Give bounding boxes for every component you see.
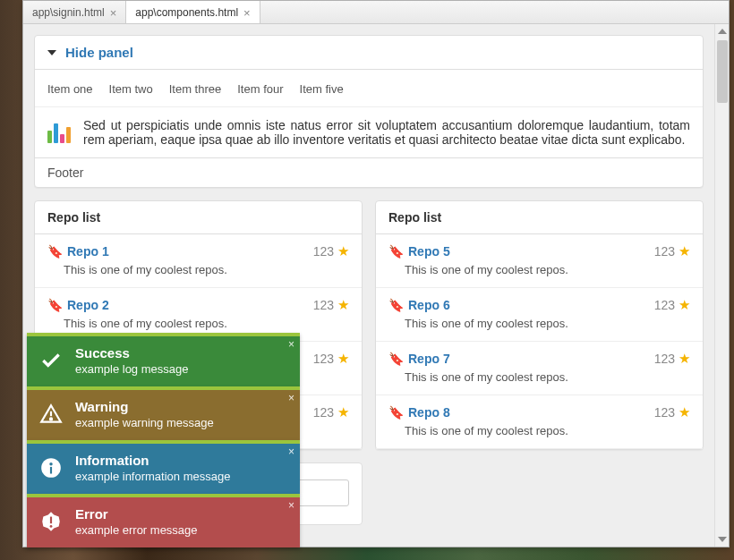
repo-stars: 123★ xyxy=(654,297,690,313)
star-count: 123 xyxy=(654,244,675,259)
star-icon: ★ xyxy=(679,297,690,313)
repo-item: 🔖Repo 8123★This is one of my coolest rep… xyxy=(376,395,703,449)
repo-stars: 123★ xyxy=(313,297,349,313)
editor-tab[interactable]: app\components.html × xyxy=(126,1,260,23)
toast-success: ×Successexample log message xyxy=(27,333,300,386)
bookmark-icon: 🔖 xyxy=(388,405,404,420)
toast-message: example information message xyxy=(75,470,230,483)
bookmark-icon: 🔖 xyxy=(388,298,404,312)
panel-body: Sed ut perspiciatis unde omnis iste natu… xyxy=(35,106,703,157)
repo-item: 🔖Repo 5123★This is one of my coolest rep… xyxy=(376,234,703,288)
editor-tab[interactable]: app\signin.html × xyxy=(23,1,126,23)
repo-link[interactable]: 🔖Repo 8 xyxy=(388,405,450,420)
close-icon[interactable]: × xyxy=(288,445,294,458)
bookmark-icon: 🔖 xyxy=(47,244,63,259)
error-icon xyxy=(39,510,63,533)
star-icon: ★ xyxy=(337,351,349,367)
repo-desc: This is one of my coolest repos. xyxy=(47,263,349,276)
editor-tab-label: app\signin.html xyxy=(32,6,105,19)
panel-toggle[interactable]: Hide panel xyxy=(35,36,703,70)
bookmark-icon: 🔖 xyxy=(388,244,404,259)
nav-item[interactable]: Item four xyxy=(237,77,283,101)
svg-point-6 xyxy=(50,525,53,528)
star-icon: ★ xyxy=(337,243,349,259)
repo-name: Repo 2 xyxy=(67,298,109,312)
close-icon[interactable]: × xyxy=(243,7,251,19)
star-icon: ★ xyxy=(337,297,349,313)
star-count: 123 xyxy=(313,405,334,420)
toast-error: ×Errorexample error message xyxy=(27,494,300,547)
nav-item[interactable]: Item one xyxy=(47,77,93,101)
repo-desc: This is one of my coolest repos. xyxy=(388,370,690,384)
star-count: 123 xyxy=(654,352,675,366)
nav-item[interactable]: Item two xyxy=(109,77,153,101)
toast-message: example warning message xyxy=(75,416,214,429)
toast-title: Error xyxy=(75,506,198,522)
svg-rect-4 xyxy=(50,467,52,474)
nav-item[interactable]: Item five xyxy=(300,77,344,101)
repo-link[interactable]: 🔖Repo 1 xyxy=(47,244,109,259)
repo-name: Repo 8 xyxy=(408,405,450,420)
close-icon[interactable]: × xyxy=(288,338,294,351)
repo-link[interactable]: 🔖Repo 6 xyxy=(388,298,450,312)
toast-title: Warning xyxy=(75,399,214,414)
repo-stars: 123★ xyxy=(654,404,690,420)
svg-point-1 xyxy=(50,418,52,420)
star-icon: ★ xyxy=(337,404,349,420)
star-icon: ★ xyxy=(679,351,690,367)
repo-stars: 123★ xyxy=(313,351,349,367)
repo-item: 🔖Repo 6123★This is one of my coolest rep… xyxy=(376,288,703,342)
repo-item: 🔖Repo 1123★This is one of my coolest rep… xyxy=(35,234,362,288)
bar-chart-icon xyxy=(47,118,73,143)
repo-item: 🔖Repo 7123★This is one of my coolest rep… xyxy=(376,342,703,395)
panel-body-text: Sed ut perspiciatis unde omnis iste natu… xyxy=(83,118,690,147)
nav-item[interactable]: Item three xyxy=(169,77,222,101)
svg-rect-5 xyxy=(50,517,52,524)
toast-warning: ×Warningexample warning message xyxy=(27,386,300,440)
bookmark-icon: 🔖 xyxy=(388,352,404,366)
star-count: 123 xyxy=(654,405,675,420)
panel-footer: Footer xyxy=(35,157,703,187)
repo-name: Repo 7 xyxy=(408,352,450,366)
bookmark-icon: 🔖 xyxy=(47,298,63,312)
repo-link[interactable]: 🔖Repo 5 xyxy=(388,244,450,259)
toast-message: example log message xyxy=(75,362,188,376)
repo-stars: 123★ xyxy=(654,351,690,367)
star-count: 123 xyxy=(313,298,334,312)
scrollbar-thumb[interactable] xyxy=(717,40,728,103)
svg-point-3 xyxy=(49,462,52,465)
repo-name: Repo 5 xyxy=(408,244,450,259)
star-count: 123 xyxy=(654,298,675,312)
close-icon[interactable]: × xyxy=(288,392,294,404)
star-icon: ★ xyxy=(679,243,690,259)
repo-name: Repo 6 xyxy=(408,298,450,312)
repo-desc: This is one of my coolest repos. xyxy=(47,317,349,330)
toast-stack: ×Successexample log message×Warningexamp… xyxy=(27,333,300,547)
repo-stars: 123★ xyxy=(654,243,690,259)
toast-title: Success xyxy=(75,345,188,361)
star-count: 123 xyxy=(313,244,334,259)
toast-title: Information xyxy=(75,453,230,468)
repo-stars: 123★ xyxy=(313,243,349,259)
success-icon xyxy=(39,349,63,372)
repo-stars: 123★ xyxy=(313,404,349,420)
list-title: Repo list xyxy=(35,201,362,234)
close-icon[interactable]: × xyxy=(288,499,294,512)
panel-nav: Item one Item two Item three Item four I… xyxy=(35,70,703,101)
toast-message: example error message xyxy=(75,523,198,537)
repo-desc: This is one of my coolest repos. xyxy=(388,424,690,437)
repo-link[interactable]: 🔖Repo 2 xyxy=(47,298,109,312)
repo-desc: This is one of my coolest repos. xyxy=(388,263,690,276)
editor-tab-label: app\components.html xyxy=(135,6,238,19)
info-icon xyxy=(39,456,63,479)
toast-info: ×Informationexample information message xyxy=(27,440,300,494)
editor-tabstrip: app\signin.html × app\components.html × xyxy=(23,1,729,24)
repo-link[interactable]: 🔖Repo 7 xyxy=(388,352,450,366)
star-count: 123 xyxy=(313,352,334,366)
vertical-scrollbar[interactable] xyxy=(714,24,729,547)
repo-name: Repo 1 xyxy=(67,244,109,259)
panel-title: Hide panel xyxy=(65,45,133,60)
repo-desc: This is one of my coolest repos. xyxy=(388,317,690,330)
chevron-down-icon xyxy=(47,50,56,55)
close-icon[interactable]: × xyxy=(110,7,117,19)
